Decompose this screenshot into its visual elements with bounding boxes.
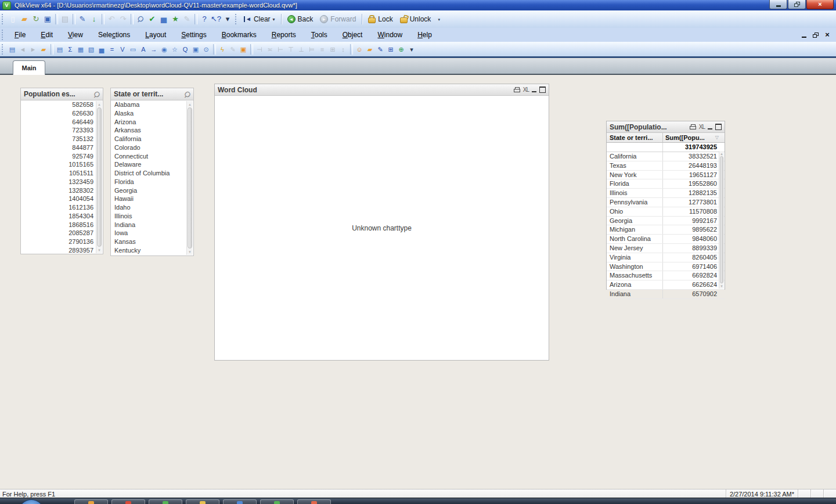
align-left-icon[interactable]: ⊣ xyxy=(254,44,265,55)
list-item[interactable]: Connecticut xyxy=(111,152,193,161)
menu-item-help[interactable]: Help xyxy=(410,28,439,42)
create-current-selections-box-icon[interactable]: V xyxy=(117,44,128,55)
value-cell[interactable]: 38332521 xyxy=(663,152,725,161)
value-cell[interactable]: 8260405 xyxy=(663,253,725,262)
create-custom-object-icon[interactable]: ⊙ xyxy=(201,44,211,55)
list-item[interactable]: Kansas xyxy=(111,237,193,246)
list-item[interactable]: Kentucky xyxy=(111,246,193,255)
taskbar-app-4[interactable] xyxy=(186,499,219,504)
add-sheet-icon[interactable]: ▤ xyxy=(7,44,17,55)
create-input-box-icon[interactable]: ▧ xyxy=(86,44,96,55)
export-to-excel-icon[interactable]: XL xyxy=(523,87,529,93)
menu-item-file[interactable]: File xyxy=(7,28,33,42)
maximize-object-icon[interactable] xyxy=(539,87,546,93)
create-chart-icon[interactable]: ▅ xyxy=(96,44,107,55)
adjust-size-icon[interactable]: ⊞ xyxy=(327,44,338,55)
close-button[interactable]: × xyxy=(806,0,834,9)
space-horizontally-icon[interactable]: ⊨ xyxy=(307,44,317,55)
menu-item-layout[interactable]: Layout xyxy=(138,28,174,42)
edit-script-icon[interactable]: ✎ xyxy=(77,13,88,25)
value-cell[interactable]: 19552860 xyxy=(663,179,725,188)
state-cell[interactable]: Pennsylvania xyxy=(607,198,663,207)
value-cell[interactable]: 19651127 xyxy=(663,171,725,179)
list-item[interactable]: Georgia xyxy=(111,186,193,195)
value-cell[interactable]: 8899339 xyxy=(663,244,725,253)
list-item[interactable]: 1015165 xyxy=(21,160,103,169)
show-notes-icon[interactable]: ✎ xyxy=(181,13,193,25)
menu-item-object[interactable]: Object xyxy=(335,28,370,42)
table-row[interactable]: Florida 19552860 xyxy=(607,179,725,189)
create-gauge-icon[interactable]: ◉ xyxy=(159,44,170,55)
search-icon[interactable]: Ϙ xyxy=(135,13,146,25)
menu-item-selections[interactable]: Selections xyxy=(91,28,138,42)
wordcloud-body[interactable]: Unknown charttype xyxy=(215,96,549,360)
value-cell[interactable]: 11570808 xyxy=(663,207,725,216)
snap-to-grid-icon[interactable]: ↕ xyxy=(338,44,348,55)
state-cell[interactable]: Washington xyxy=(607,262,663,271)
current-selections-icon[interactable]: ✔ xyxy=(146,13,158,25)
create-text-object-icon[interactable]: A xyxy=(138,44,149,55)
value-cell[interactable]: 12773801 xyxy=(663,198,725,207)
forward-button[interactable]: ► Forward xyxy=(316,14,359,24)
value-cell[interactable]: 6626624 xyxy=(663,280,725,289)
list-item[interactable]: Alaska xyxy=(111,109,193,118)
table-row[interactable]: Illinois 12882135 xyxy=(607,189,725,198)
taskbar-app-2[interactable] xyxy=(111,499,145,504)
list-item[interactable]: 844877 xyxy=(21,143,103,152)
list-item[interactable]: Idaho xyxy=(111,203,193,212)
export-icon[interactable]: ↓ xyxy=(88,13,100,25)
list-item[interactable]: Colorado xyxy=(111,143,193,152)
list-item[interactable]: Alabama xyxy=(111,100,193,109)
sum-table-scrollbar[interactable]: ▲ ▼ xyxy=(719,151,724,289)
value-cell[interactable]: 6570902 xyxy=(663,290,725,298)
taskbar-app-1[interactable] xyxy=(74,499,108,504)
menu-item-reports[interactable]: Reports xyxy=(264,28,304,42)
toolbar-grip[interactable] xyxy=(2,14,5,24)
minimize-object-icon[interactable] xyxy=(532,87,536,93)
create-statistics-box-icon[interactable]: Σ xyxy=(65,44,75,55)
mdi-minimize-button[interactable] xyxy=(800,31,808,39)
scroll-up-icon[interactable]: ▲ xyxy=(187,101,193,107)
list-item[interactable]: Indiana xyxy=(111,221,193,229)
list-item[interactable]: 626630 xyxy=(21,109,103,118)
list-item[interactable]: 1868516 xyxy=(21,221,103,229)
create-multi-box-icon[interactable]: = xyxy=(107,44,117,55)
state-cell[interactable]: Florida xyxy=(607,179,663,188)
space-vertically-icon[interactable]: ≡ xyxy=(317,44,327,55)
value-cell[interactable]: 6692824 xyxy=(663,271,725,280)
list-item[interactable]: Arkansas xyxy=(111,126,193,135)
list-item[interactable]: Arizona xyxy=(111,118,193,127)
table-row[interactable]: California 38332521 xyxy=(607,152,725,161)
value-cell[interactable]: 6971406 xyxy=(663,262,725,271)
value-cell[interactable]: 9895622 xyxy=(663,225,725,234)
toolbar-overflow-icon[interactable]: ▾ xyxy=(222,13,233,25)
list-item[interactable]: Illinois xyxy=(111,212,193,221)
scrollbar-thumb[interactable] xyxy=(188,107,192,249)
table-row[interactable]: Virginia 8260405 xyxy=(607,253,725,262)
edit-module-icon[interactable]: ✎ xyxy=(375,44,385,55)
chart-wizard-icon[interactable]: ϟ xyxy=(217,44,228,55)
menu-item-edit[interactable]: Edit xyxy=(33,28,60,42)
scrollbar-thumb[interactable] xyxy=(97,107,102,247)
webview-icon[interactable]: ⊕ xyxy=(396,44,406,55)
state-cell[interactable]: New Jersey xyxy=(607,244,663,253)
lock-button[interactable]: Lock xyxy=(365,14,396,24)
create-listbox-icon[interactable]: ▤ xyxy=(55,44,65,55)
scroll-down-icon[interactable]: ▼ xyxy=(719,283,724,289)
create-slider-icon[interactable]: ▣ xyxy=(190,44,201,55)
menu-item-view[interactable]: View xyxy=(60,28,91,42)
list-item[interactable]: 723393 xyxy=(21,126,103,135)
taskbar-app-6[interactable] xyxy=(260,499,294,504)
list-item[interactable]: 925749 xyxy=(21,152,103,161)
table-row[interactable]: Indiana 6570902 xyxy=(607,290,725,299)
toolbar-grip[interactable] xyxy=(235,14,238,24)
redo-icon[interactable]: ↷ xyxy=(117,13,129,25)
start-button[interactable] xyxy=(19,499,44,504)
export-to-excel-icon[interactable]: XL xyxy=(699,124,705,130)
new-document-icon[interactable]: ▯ xyxy=(7,13,19,25)
state-cell[interactable]: North Carolina xyxy=(607,235,663,243)
taskbar-app-3[interactable] xyxy=(149,499,182,504)
state-cell[interactable]: New York xyxy=(607,171,663,179)
search-icon[interactable]: Ϙ xyxy=(92,89,102,99)
clear-button[interactable]: ◄ Clear ▾ xyxy=(240,14,279,24)
